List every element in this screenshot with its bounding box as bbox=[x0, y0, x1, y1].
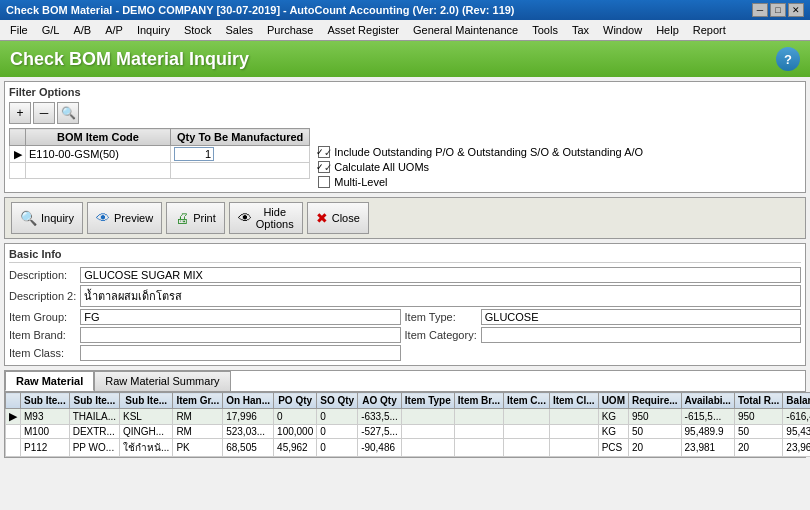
row1-onhand: 17,996 bbox=[223, 409, 274, 425]
menu-stock[interactable]: Stock bbox=[178, 22, 218, 38]
menu-help[interactable]: Help bbox=[650, 22, 685, 38]
main-content: Filter Options + ─ 🔍 BOM Item Code Qty T… bbox=[0, 77, 810, 510]
menu-file[interactable]: File bbox=[4, 22, 34, 38]
menu-gl[interactable]: G/L bbox=[36, 22, 66, 38]
row3-req: 20 bbox=[628, 439, 681, 457]
group-label: Item Group: bbox=[9, 311, 76, 323]
col-onhand: On Han... bbox=[223, 393, 274, 409]
tab-raw-material[interactable]: Raw Material bbox=[5, 371, 94, 391]
menu-tax[interactable]: Tax bbox=[566, 22, 595, 38]
inquiry-button[interactable]: 🔍 Inquiry bbox=[11, 202, 83, 234]
row1-avail: -615,5... bbox=[681, 409, 734, 425]
hide-icon: 👁 bbox=[238, 210, 252, 226]
data-table: Sub Ite... Sub Ite... Sub Ite... Item Gr… bbox=[5, 392, 810, 457]
row1-class bbox=[549, 409, 598, 425]
menu-asset[interactable]: Asset Register bbox=[322, 22, 406, 38]
row3-po: 45,962 bbox=[274, 439, 317, 457]
group-value: FG bbox=[80, 309, 400, 325]
search-filter-button[interactable]: 🔍 bbox=[57, 102, 79, 124]
chk-multi-level[interactable] bbox=[318, 176, 330, 188]
row1-sub2: THAILA... bbox=[69, 409, 119, 425]
row2-po: 100,000 bbox=[274, 425, 317, 439]
row3-type bbox=[401, 439, 454, 457]
row1-ao: -633,5... bbox=[358, 409, 402, 425]
row1-type bbox=[401, 409, 454, 425]
row1-sub1: M93 bbox=[21, 409, 70, 425]
col-ao: AO Qty bbox=[358, 393, 402, 409]
chk3-row: Multi-Level bbox=[318, 176, 643, 188]
col-item-br: Item Br... bbox=[454, 393, 503, 409]
type-value: GLUCOSE bbox=[481, 309, 801, 325]
col-item-cl: Item Cl... bbox=[549, 393, 598, 409]
row1-group: RM bbox=[173, 409, 223, 425]
bom-item-code-input[interactable] bbox=[29, 148, 167, 160]
menu-inquiry[interactable]: Inquiry bbox=[131, 22, 176, 38]
print-icon: 🖨 bbox=[175, 210, 189, 226]
menu-ab[interactable]: A/B bbox=[67, 22, 97, 38]
col-item-c: Item C... bbox=[504, 393, 550, 409]
col-avail: Availabi... bbox=[681, 393, 734, 409]
action-bar: 🔍 Inquiry 👁 Preview 🖨 Print 👁 Hide Optio… bbox=[4, 197, 806, 239]
menu-tools[interactable]: Tools bbox=[526, 22, 564, 38]
close-button[interactable]: ✕ bbox=[788, 3, 804, 17]
tabs-header: Raw Material Raw Material Summary bbox=[5, 371, 805, 391]
checkboxes-area: ✓ Include Outstanding P/O & Outstanding … bbox=[318, 128, 643, 188]
desc2-value: น้ำตาลผสมเด็กโตรส bbox=[80, 285, 801, 307]
table-row: ▶ M93 THAILA... KSL RM 17,996 0 0 -633,5… bbox=[6, 409, 811, 425]
row3-sub1: P112 bbox=[21, 439, 70, 457]
print-button[interactable]: 🖨 Print bbox=[166, 202, 225, 234]
chk-all-uoms[interactable]: ✓ bbox=[318, 161, 330, 173]
menu-purchase[interactable]: Purchase bbox=[261, 22, 319, 38]
class-label: Item Class: bbox=[9, 347, 76, 359]
category-value bbox=[481, 327, 801, 343]
row2-class bbox=[549, 425, 598, 439]
maximize-button[interactable]: □ bbox=[770, 3, 786, 17]
col-total: Total R... bbox=[734, 393, 782, 409]
col-sub1: Sub Ite... bbox=[21, 393, 70, 409]
page-title: Check BOM Material Inquiry bbox=[10, 49, 249, 70]
row2-avail: 95,489.9 bbox=[681, 425, 734, 439]
menu-report[interactable]: Report bbox=[687, 22, 732, 38]
tabs-section: Raw Material Raw Material Summary Sub It… bbox=[4, 370, 806, 458]
preview-icon: 👁 bbox=[96, 210, 110, 226]
help-button[interactable]: ? bbox=[776, 47, 800, 71]
col-sub2: Sub Ite... bbox=[69, 393, 119, 409]
col-bom-item-code: BOM Item Code bbox=[26, 129, 171, 146]
chk2-row: ✓ Calculate All UOMs bbox=[318, 161, 643, 173]
window-controls: ─ □ ✕ bbox=[752, 3, 804, 17]
row1-cat bbox=[504, 409, 550, 425]
table-header-row: Sub Ite... Sub Ite... Sub Ite... Item Gr… bbox=[6, 393, 811, 409]
col-so: SO Qty bbox=[317, 393, 358, 409]
close-button[interactable]: ✖ Close bbox=[307, 202, 369, 234]
menu-ap[interactable]: A/P bbox=[99, 22, 129, 38]
row3-uom: PCS bbox=[598, 439, 628, 457]
bom-item-code-cell bbox=[26, 146, 171, 163]
close-icon: ✖ bbox=[316, 210, 328, 226]
tab-raw-material-summary[interactable]: Raw Material Summary bbox=[94, 371, 230, 391]
col-item-type: Item Type bbox=[401, 393, 454, 409]
info-grid: Description: GLUCOSE SUGAR MIX Descripti… bbox=[9, 267, 801, 361]
preview-button[interactable]: 👁 Preview bbox=[87, 202, 162, 234]
filter-table: BOM Item Code Qty To Be Manufactured ▶ bbox=[9, 128, 310, 179]
col-sub3: Sub Ite... bbox=[120, 393, 173, 409]
add-filter-button[interactable]: + bbox=[9, 102, 31, 124]
hide-label: Hide Options bbox=[256, 206, 294, 230]
row1-req: 950 bbox=[628, 409, 681, 425]
remove-filter-button[interactable]: ─ bbox=[33, 102, 55, 124]
row3-total: 20 bbox=[734, 439, 782, 457]
chk2-label: Calculate All UOMs bbox=[334, 161, 429, 173]
menu-general-maintenance[interactable]: General Maintenance bbox=[407, 22, 524, 38]
qty-manufacture-input[interactable] bbox=[174, 147, 214, 161]
row2-balance: 95,439.9 bbox=[783, 425, 810, 439]
brand-value bbox=[80, 327, 400, 343]
chk-outstanding[interactable]: ✓ bbox=[318, 146, 330, 158]
category-label: Item Category: bbox=[405, 329, 477, 341]
minimize-button[interactable]: ─ bbox=[752, 3, 768, 17]
class-value bbox=[80, 345, 400, 361]
menu-window[interactable]: Window bbox=[597, 22, 648, 38]
row3-sub2: PP WO... bbox=[69, 439, 119, 457]
close-label: Close bbox=[332, 212, 360, 224]
menu-sales[interactable]: Sales bbox=[219, 22, 259, 38]
row3-brand bbox=[454, 439, 503, 457]
hide-options-button[interactable]: 👁 Hide Options bbox=[229, 202, 303, 234]
